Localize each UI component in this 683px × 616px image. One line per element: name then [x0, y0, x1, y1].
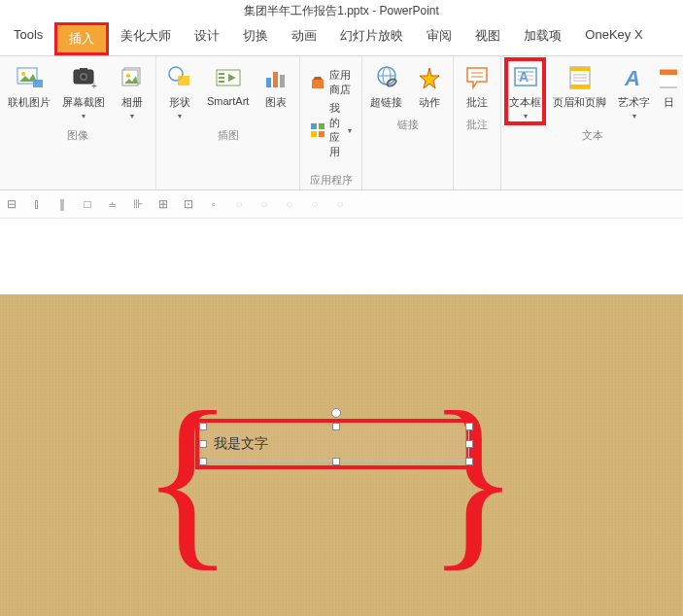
svg-text:A: A	[519, 69, 529, 85]
qat-item-9[interactable]: ◦	[206, 196, 222, 212]
wordart-icon: A	[619, 62, 650, 93]
qat-item-5[interactable]: ⫨	[105, 196, 120, 212]
tab-addons[interactable]: 加载项	[512, 22, 573, 55]
hyperlink-button[interactable]: 超链接	[368, 60, 404, 112]
tab-view[interactable]: 视图	[463, 22, 512, 55]
group-label-illustration: 插图	[218, 128, 239, 143]
screenshot-icon: +	[68, 62, 99, 93]
empty-area	[0, 219, 683, 294]
svg-rect-6	[80, 68, 87, 71]
tab-review[interactable]: 审阅	[415, 22, 463, 55]
chevron-down-icon: ▾	[82, 112, 85, 120]
my-apps-button[interactable]: 我的应用 ▾	[310, 101, 352, 159]
album-icon	[117, 62, 148, 93]
qat-item-10[interactable]: ○	[231, 196, 247, 212]
screenshot-button[interactable]: + 屏幕截图 ▾	[60, 60, 107, 122]
group-label-apps: 应用程序	[310, 173, 353, 188]
chart-button[interactable]: 图表	[258, 60, 293, 112]
tab-slideshow[interactable]: 幻灯片放映	[328, 22, 415, 55]
action-button[interactable]: 动作	[412, 60, 447, 112]
svg-point-5	[82, 75, 85, 79]
qat-item-3[interactable]: ‖	[54, 196, 70, 212]
svg-rect-17	[266, 78, 271, 87]
qat-item-14[interactable]: ○	[332, 196, 348, 212]
resize-handle-bm[interactable]	[332, 458, 340, 465]
group-links: 超链接 动作 链接	[362, 56, 454, 189]
online-images-icon	[14, 62, 45, 93]
resize-handle-br[interactable]	[465, 458, 473, 465]
ribbon-tabs: Tools 插入 美化大师 设计 切换 动画 幻灯片放映 审阅 视图 加载项 O…	[0, 22, 683, 56]
qat-item-12[interactable]: ○	[282, 196, 297, 212]
tab-tools[interactable]: Tools	[2, 22, 54, 55]
group-label-text: 文本	[582, 128, 603, 143]
rotate-handle[interactable]	[331, 408, 341, 418]
tab-insert[interactable]: 插入	[57, 25, 106, 52]
group-label-links: 链接	[397, 118, 419, 132]
ribbon: 联机图片 + 屏幕截图 ▾ 相册 ▾ 图像	[0, 56, 683, 190]
smartart-icon	[213, 62, 244, 93]
qat-item-1[interactable]: ⊟	[4, 196, 19, 212]
svg-rect-20	[312, 80, 324, 88]
tab-animation[interactable]: 动画	[280, 22, 328, 55]
qat-item-2[interactable]: ⫿	[29, 196, 45, 212]
smartart-button[interactable]: SmartArt	[205, 60, 251, 109]
svg-text:+: +	[91, 81, 97, 91]
slide-textbox[interactable]: 我是文字	[203, 427, 469, 462]
textbox-button[interactable]: A 文本框 ▾	[507, 60, 543, 122]
slide-canvas[interactable]: { } 我是文字	[0, 294, 683, 616]
svg-rect-2	[33, 80, 43, 87]
qat-item-6[interactable]: ⊪	[130, 196, 146, 212]
group-label-notes: 批注	[466, 118, 488, 132]
qat-item-13[interactable]: ○	[307, 196, 323, 212]
notes-icon	[461, 62, 493, 93]
svg-point-10	[126, 74, 130, 78]
datetime-button[interactable]: 日	[660, 60, 677, 112]
qat-item-8[interactable]: ⊡	[181, 196, 196, 212]
svg-rect-38	[570, 85, 590, 88]
quick-access-toolbar: ⊟ ⫿ ‖ □ ⫨ ⊪ ⊞ ⊡ ◦ ○ ○ ○ ○ ○	[0, 190, 683, 219]
svg-rect-22	[319, 123, 324, 129]
title-bar: 集团半年工作报告1.pptx - PowerPoint	[0, 0, 683, 22]
tab-transition[interactable]: 切换	[231, 22, 280, 55]
tab-beautify[interactable]: 美化大师	[109, 22, 183, 55]
shapes-icon	[164, 62, 195, 93]
textbox-text[interactable]: 我是文字	[214, 435, 268, 451]
qat-item-4[interactable]: □	[80, 196, 95, 212]
header-footer-icon	[564, 62, 596, 93]
qat-item-11[interactable]: ○	[256, 196, 272, 212]
svg-rect-14	[219, 73, 224, 75]
group-text: A 文本框 ▾ 页眉和页脚 A 艺术字 ▾	[501, 56, 683, 189]
chevron-down-icon: ▾	[130, 112, 134, 120]
qat-item-7[interactable]: ⊞	[155, 196, 171, 212]
online-images-button[interactable]: 联机图片	[6, 60, 52, 112]
chevron-down-icon: ▾	[524, 112, 528, 120]
resize-handle-mr[interactable]	[465, 440, 473, 448]
svg-rect-19	[280, 75, 285, 87]
resize-handle-tr[interactable]	[465, 423, 473, 430]
svg-rect-37	[570, 67, 590, 71]
svg-point-1	[21, 72, 25, 76]
tab-onekey[interactable]: OneKey X	[573, 22, 654, 55]
wordart-button[interactable]: A 艺术字 ▾	[616, 60, 652, 122]
datetime-icon	[660, 62, 677, 93]
header-footer-button[interactable]: 页眉和页脚	[551, 60, 608, 112]
app-store-button[interactable]: 应用商店	[310, 68, 352, 97]
album-button[interactable]: 相册 ▾	[115, 60, 150, 122]
group-illustration: 形状 ▾ SmartArt 图表 插图	[156, 56, 300, 189]
resize-handle-ml[interactable]	[199, 440, 207, 448]
svg-rect-15	[219, 77, 224, 79]
resize-handle-tm[interactable]	[332, 423, 340, 430]
resize-handle-tl[interactable]	[199, 423, 207, 430]
textbox-icon: A	[510, 62, 541, 93]
svg-rect-12	[178, 76, 189, 86]
chart-icon	[260, 62, 291, 93]
svg-rect-18	[273, 72, 278, 87]
group-label-images: 图像	[67, 128, 88, 143]
tab-design[interactable]: 设计	[183, 22, 231, 55]
resize-handle-bl[interactable]	[199, 458, 207, 465]
group-apps: 应用商店 我的应用 ▾ 应用程序	[300, 56, 362, 189]
notes-button[interactable]: 批注	[460, 60, 495, 112]
textbox-container: 我是文字	[195, 419, 477, 469]
shapes-button[interactable]: 形状 ▾	[162, 60, 197, 122]
bracket-right-decoration: }	[427, 382, 520, 576]
